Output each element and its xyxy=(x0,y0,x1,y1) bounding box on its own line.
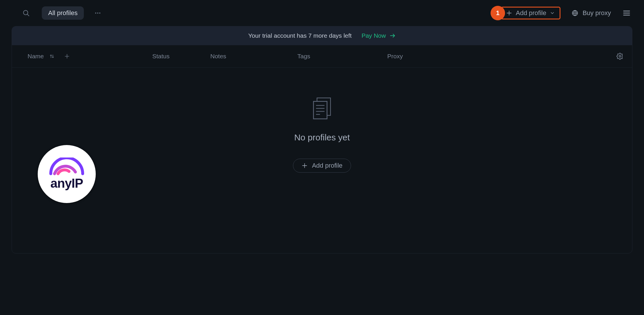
add-profile-center-label: Add profile xyxy=(312,162,342,169)
search-button[interactable] xyxy=(20,7,32,19)
buy-proxy-button[interactable]: Buy proxy xyxy=(571,9,611,17)
hamburger-icon xyxy=(623,9,631,17)
top-bar: All profiles 1 Add profile Buy proxy xyxy=(0,0,644,26)
chevron-down-icon xyxy=(550,10,555,16)
documents-icon xyxy=(310,95,334,120)
column-tags[interactable]: Tags xyxy=(297,53,387,60)
add-profile-label: Add profile xyxy=(516,9,546,17)
empty-state: No profiles yet Add profile xyxy=(12,68,632,253)
add-profile-center-button[interactable]: Add profile xyxy=(293,159,351,173)
plus-icon xyxy=(301,162,308,169)
profiles-filter-pill[interactable]: All profiles xyxy=(42,6,84,20)
main-panel: Your trial account has 7 more days left … xyxy=(12,26,632,254)
globe-icon xyxy=(571,10,578,17)
svg-point-4 xyxy=(99,12,100,14)
svg-point-15 xyxy=(619,55,621,57)
arrow-right-icon xyxy=(389,32,396,39)
callout-badge: 1 xyxy=(491,7,504,19)
add-column-button[interactable] xyxy=(64,53,70,59)
sort-icon[interactable] xyxy=(49,53,55,59)
column-status[interactable]: Status xyxy=(152,53,210,60)
buy-proxy-label: Buy proxy xyxy=(583,9,611,17)
anyip-logo-icon xyxy=(46,158,87,178)
more-options-button[interactable] xyxy=(92,7,104,19)
brand-badge: anyIP xyxy=(38,145,96,203)
column-name-label: Name xyxy=(28,53,44,60)
pay-now-link[interactable]: Pay Now xyxy=(361,32,396,39)
svg-line-1 xyxy=(27,14,29,16)
column-name[interactable]: Name xyxy=(28,53,152,60)
brand-name: anyIP xyxy=(50,176,83,191)
svg-point-3 xyxy=(97,12,98,14)
dots-horizontal-icon xyxy=(94,10,101,17)
plus-icon xyxy=(506,10,512,16)
svg-point-2 xyxy=(95,12,96,14)
empty-title: No profiles yet xyxy=(294,133,350,142)
table-header: Name Status Notes Tags Proxy xyxy=(12,45,632,68)
add-profile-button[interactable]: 1 Add profile xyxy=(501,7,560,19)
trial-text: Your trial account has 7 more days left xyxy=(248,32,352,39)
pay-now-label: Pay Now xyxy=(361,32,386,39)
table-settings-button[interactable] xyxy=(616,53,623,60)
column-notes[interactable]: Notes xyxy=(210,53,297,60)
svg-rect-17 xyxy=(314,102,327,119)
search-icon xyxy=(22,9,30,17)
column-proxy[interactable]: Proxy xyxy=(387,53,616,60)
trial-banner: Your trial account has 7 more days left … xyxy=(12,26,632,45)
gear-icon xyxy=(616,53,623,60)
menu-button[interactable] xyxy=(621,7,632,19)
